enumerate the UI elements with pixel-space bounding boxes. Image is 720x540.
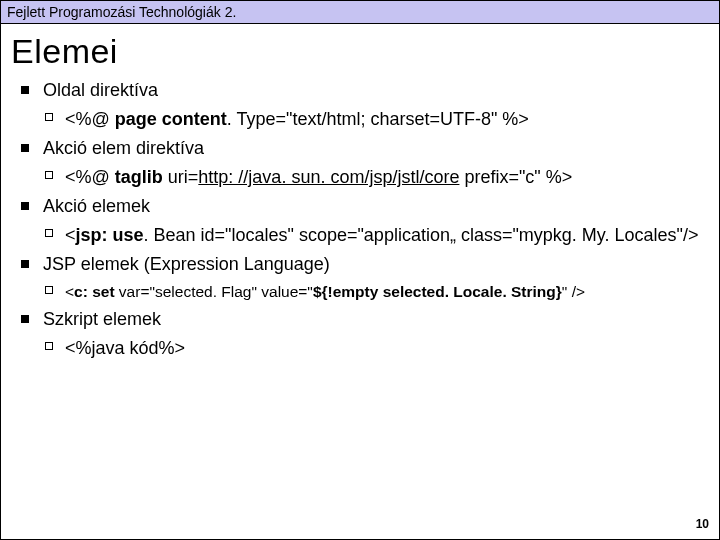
sub-bold: ${!empty selected. Locale. String} <box>313 283 562 300</box>
sub-bold: page content <box>115 109 227 129</box>
sub-text: . Type="text/html; charset=UTF-8" %> <box>227 109 529 129</box>
sub-bold: c: set <box>74 283 115 300</box>
hollow-square-bullet-icon <box>45 286 53 294</box>
sub-list-item: <%java kód%> <box>15 337 705 360</box>
sub-list-item: <%@ page content. Type="text/html; chars… <box>15 108 705 131</box>
list-item: Szkript elemek <box>15 308 705 331</box>
slide-body: Oldal direktíva <%@ page content. Type="… <box>1 75 719 360</box>
sub-link: http: //java. sun. com/jsp/jstl/core <box>198 167 459 187</box>
sub-text: < <box>65 283 74 300</box>
item-label: Oldal direktíva <box>43 80 158 100</box>
sub-text: <%@ <box>65 167 115 187</box>
list-item: Akció elem direktíva <box>15 137 705 160</box>
item-label: Akció elem direktíva <box>43 138 204 158</box>
sub-list-item: <jsp: use. Bean id="locales" scope="appl… <box>15 224 705 247</box>
square-bullet-icon <box>21 202 29 210</box>
sub-text: <%@ <box>65 109 115 129</box>
sub-text: . Bean id="locales" scope="application„ … <box>144 225 699 245</box>
sub-text: prefix="c" %> <box>459 167 572 187</box>
sub-list-item: <%@ taglib uri=http: //java. sun. com/js… <box>15 166 705 189</box>
square-bullet-icon <box>21 144 29 152</box>
item-label: Akció elemek <box>43 196 150 216</box>
sub-bold: jsp: use <box>76 225 144 245</box>
square-bullet-icon <box>21 260 29 268</box>
sub-text: var="selected. Flag" value=" <box>115 283 313 300</box>
sub-text: <%java kód%> <box>65 338 185 358</box>
header-bar: Fejlett Programozási Technológiák 2. <box>1 1 719 24</box>
item-label: Szkript elemek <box>43 309 161 329</box>
square-bullet-icon <box>21 315 29 323</box>
square-bullet-icon <box>21 86 29 94</box>
hollow-square-bullet-icon <box>45 171 53 179</box>
hollow-square-bullet-icon <box>45 229 53 237</box>
page-number: 10 <box>696 517 709 531</box>
sub-text: < <box>65 225 76 245</box>
slide-container: Fejlett Programozási Technológiák 2. Ele… <box>0 0 720 540</box>
item-label: JSP elemek (Expression Language) <box>43 254 330 274</box>
sub-text: uri= <box>163 167 199 187</box>
list-item: JSP elemek (Expression Language) <box>15 253 705 276</box>
list-item: Oldal direktíva <box>15 79 705 102</box>
hollow-square-bullet-icon <box>45 342 53 350</box>
slide-title: Elemei <box>1 24 719 75</box>
sub-text: " /> <box>562 283 585 300</box>
sub-list-item: <c: set var="selected. Flag" value="${!e… <box>15 282 705 302</box>
hollow-square-bullet-icon <box>45 113 53 121</box>
sub-bold: taglib <box>115 167 163 187</box>
list-item: Akció elemek <box>15 195 705 218</box>
